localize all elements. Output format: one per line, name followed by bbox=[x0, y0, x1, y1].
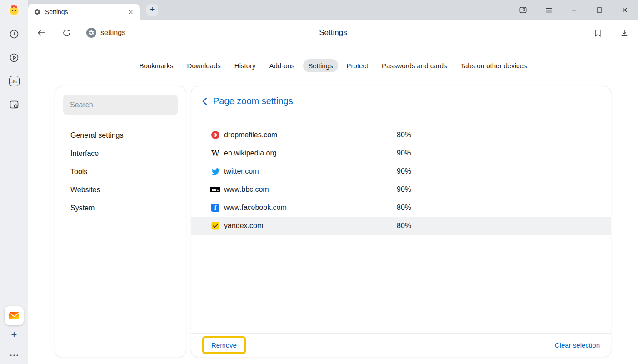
sidebar-item-system[interactable]: System bbox=[63, 199, 178, 217]
add-panel-icon[interactable]: + bbox=[11, 329, 17, 340]
video-play-icon[interactable] bbox=[9, 52, 20, 63]
more-options-icon[interactable] bbox=[9, 350, 19, 359]
clear-selection-button[interactable]: Clear selection bbox=[555, 341, 600, 349]
toolbar-right bbox=[593, 27, 638, 39]
zoom-panel-footer: Remove Clear selection bbox=[191, 333, 611, 357]
zoom-rows: dropmefiles.com 80% W en.wikipedia.org 9… bbox=[191, 116, 611, 333]
search-input[interactable] bbox=[63, 95, 178, 115]
new-tab-button[interactable]: + bbox=[146, 4, 158, 16]
zoom-row-facebook[interactable]: f www.facebook.com 80% bbox=[191, 199, 611, 217]
tab-settings[interactable]: Settings bbox=[303, 59, 338, 72]
settings-favicon bbox=[86, 28, 96, 38]
bbc-favicon: BBC bbox=[210, 184, 220, 194]
settings-nav-tabs: Bookmarks Downloads History Add-ons Sett… bbox=[28, 59, 638, 72]
sidebar-item-interface[interactable]: Interface bbox=[63, 145, 178, 163]
maximize-icon[interactable] bbox=[595, 6, 603, 14]
sidebar-item-general-settings[interactable]: General settings bbox=[63, 126, 178, 145]
reload-icon[interactable] bbox=[61, 28, 71, 38]
main-column: Settings + bbox=[28, 0, 638, 364]
address-chip[interactable]: settings bbox=[86, 28, 125, 38]
page-zoom-panel: Page zoom settings dropmefiles.com bbox=[191, 86, 611, 357]
sidebar-item-tools[interactable]: Tools bbox=[63, 163, 178, 181]
tab-passwords-and-cards[interactable]: Passwords and cards bbox=[377, 59, 452, 72]
zoom-value: 90% bbox=[397, 167, 611, 175]
zoom-row-bbc[interactable]: BBC www.bbc.com 90% bbox=[191, 180, 611, 199]
settings-section-list: General settings Interface Tools Website… bbox=[63, 126, 178, 217]
toolbar-divider bbox=[611, 27, 611, 39]
zoom-row-twitter[interactable]: twitter.com 90% bbox=[191, 162, 611, 180]
address-text: settings bbox=[100, 29, 125, 37]
tab-close-icon[interactable] bbox=[127, 8, 134, 15]
wikipedia-favicon: W bbox=[210, 148, 220, 158]
profile-avatar[interactable] bbox=[7, 3, 21, 17]
zoom-value: 80% bbox=[397, 131, 611, 139]
gear-icon bbox=[34, 8, 41, 15]
panels: General settings Interface Tools Website… bbox=[28, 86, 638, 364]
zoom-value: 90% bbox=[397, 185, 611, 194]
zoom-panel-title: Page zoom settings bbox=[213, 96, 293, 106]
twitter-favicon bbox=[210, 166, 220, 176]
yandex-mail-icon[interactable] bbox=[5, 306, 24, 325]
zoom-value: 80% bbox=[397, 204, 611, 212]
avatar-chick-icon bbox=[7, 3, 21, 17]
facebook-favicon: f bbox=[210, 203, 220, 213]
site-name: en.wikipedia.org bbox=[224, 149, 393, 157]
tab-counter[interactable]: 36 bbox=[9, 76, 20, 86]
window-controls bbox=[519, 6, 638, 14]
history-icon[interactable] bbox=[9, 29, 20, 40]
settings-content: Bookmarks Downloads History Add-ons Sett… bbox=[28, 45, 638, 364]
menu-icon[interactable] bbox=[544, 6, 553, 14]
close-icon[interactable] bbox=[621, 6, 629, 14]
tab-add-ons[interactable]: Add-ons bbox=[264, 59, 299, 72]
zoom-row-dropmefiles[interactable]: dropmefiles.com 80% bbox=[191, 126, 611, 144]
site-name: twitter.com bbox=[224, 167, 393, 175]
selected-checkbox-icon[interactable] bbox=[210, 221, 220, 231]
browser-window: 36 + bbox=[0, 0, 638, 364]
tab-title: Settings bbox=[45, 8, 123, 15]
left-rail: 36 + bbox=[0, 0, 28, 364]
zoom-value: 90% bbox=[397, 149, 611, 157]
sidebar-item-websites[interactable]: Websites bbox=[63, 181, 178, 199]
zoom-row-wikipedia[interactable]: W en.wikipedia.org 90% bbox=[191, 144, 611, 162]
tab-downloads[interactable]: Downloads bbox=[182, 59, 226, 72]
tab-protect[interactable]: Protect bbox=[342, 59, 374, 72]
tab-history[interactable]: History bbox=[229, 59, 261, 72]
side-panel-icon[interactable] bbox=[519, 6, 527, 14]
tab-strip: Settings + bbox=[28, 0, 638, 20]
zoom-panel-header: Page zoom settings bbox=[191, 86, 611, 116]
site-name: www.bbc.com bbox=[224, 185, 393, 194]
site-name: dropmefiles.com bbox=[224, 131, 393, 139]
zoom-value: 80% bbox=[397, 222, 611, 230]
site-name: www.facebook.com bbox=[224, 204, 393, 212]
back-chevron-icon[interactable] bbox=[202, 97, 207, 105]
bookmark-icon[interactable] bbox=[593, 28, 603, 38]
zoom-row-yandex[interactable]: yandex.com 80% bbox=[191, 217, 611, 235]
toolbar: settings Settings bbox=[28, 20, 638, 45]
remove-button-highlight: Remove bbox=[202, 336, 246, 354]
site-name: yandex.com bbox=[224, 222, 393, 230]
back-icon[interactable] bbox=[36, 28, 46, 38]
dropmefiles-favicon bbox=[210, 130, 220, 140]
remove-button[interactable]: Remove bbox=[211, 341, 237, 349]
screenshot-icon[interactable] bbox=[9, 99, 20, 110]
tab-bookmarks[interactable]: Bookmarks bbox=[135, 59, 179, 72]
minimize-icon[interactable] bbox=[570, 6, 578, 14]
settings-sidebar-panel: General settings Interface Tools Website… bbox=[55, 86, 186, 357]
download-icon[interactable] bbox=[619, 28, 629, 38]
browser-tab-settings[interactable]: Settings bbox=[28, 4, 140, 20]
tab-tabs-on-other-devices[interactable]: Tabs on other devices bbox=[456, 59, 532, 72]
